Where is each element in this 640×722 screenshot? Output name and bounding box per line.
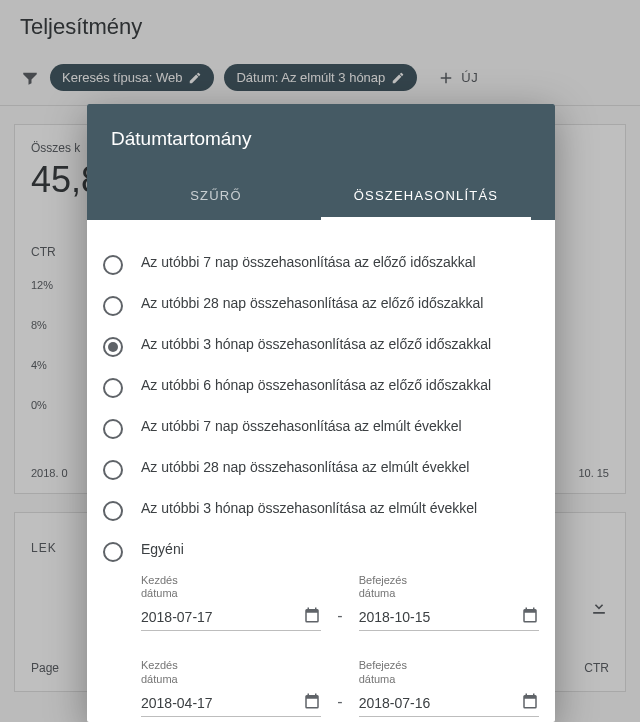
radio-option-7[interactable]: Egyéni: [103, 531, 539, 572]
radio-icon: [103, 542, 123, 562]
start-label: Kezdés dátuma: [141, 574, 321, 600]
dialog-tabs: SZŰRŐ ÖSSZEHASONLÍTÁS: [111, 174, 531, 220]
start-date-value: 2018-07-17: [141, 609, 213, 625]
radio-icon: [103, 296, 123, 316]
radio-icon: [103, 255, 123, 275]
dash: -: [337, 607, 342, 631]
radio-label: Az utóbbi 28 nap összehasonlítása az elő…: [141, 295, 483, 311]
radio-label: Az utóbbi 28 nap összehasonlítása az elm…: [141, 459, 469, 475]
radio-icon: [103, 337, 123, 357]
custom-dates-block: Kezdés dátuma2018-07-17-Befejezés dátuma…: [141, 574, 539, 717]
radio-option-6[interactable]: Az utóbbi 3 hónap összehasonlítása az el…: [103, 490, 539, 531]
end-date-value: 2018-07-16: [359, 695, 431, 711]
start-date-field[interactable]: Kezdés dátuma2018-04-17: [141, 659, 321, 716]
end-date-field[interactable]: Befejezés dátuma2018-10-15: [359, 574, 539, 631]
end-date-field[interactable]: Befejezés dátuma2018-07-16: [359, 659, 539, 716]
radio-option-4[interactable]: Az utóbbi 7 nap összehasonlítása az elmú…: [103, 408, 539, 449]
radio-option-5[interactable]: Az utóbbi 28 nap összehasonlítása az elm…: [103, 449, 539, 490]
modal-overlay: Dátumtartomány SZŰRŐ ÖSSZEHASONLÍTÁS Az …: [0, 0, 640, 722]
tab-compare[interactable]: ÖSSZEHASONLÍTÁS: [321, 174, 531, 220]
end-label: Befejezés dátuma: [359, 659, 539, 685]
radio-icon: [103, 460, 123, 480]
radio-icon: [103, 419, 123, 439]
end-date-value: 2018-10-15: [359, 609, 431, 625]
end-label: Befejezés dátuma: [359, 574, 539, 600]
start-label: Kezdés dátuma: [141, 659, 321, 685]
date-row-1: Kezdés dátuma2018-04-17-Befejezés dátuma…: [141, 659, 539, 716]
start-date-field[interactable]: Kezdés dátuma2018-07-17: [141, 574, 321, 631]
dialog-header: Dátumtartomány SZŰRŐ ÖSSZEHASONLÍTÁS: [87, 104, 555, 220]
radio-label: Az utóbbi 7 nap összehasonlítása az elmú…: [141, 418, 462, 434]
radio-option-3[interactable]: Az utóbbi 6 hónap összehasonlítása az el…: [103, 367, 539, 408]
radio-option-1[interactable]: Az utóbbi 28 nap összehasonlítása az elő…: [103, 285, 539, 326]
start-date-value: 2018-04-17: [141, 695, 213, 711]
radio-icon: [103, 378, 123, 398]
calendar-icon[interactable]: [303, 692, 321, 714]
radio-label: Egyéni: [141, 541, 184, 557]
radio-option-2[interactable]: Az utóbbi 3 hónap összehasonlítása az el…: [103, 326, 539, 367]
radio-option-0[interactable]: Az utóbbi 7 nap összehasonlítása az előz…: [103, 244, 539, 285]
radio-label: Az utóbbi 7 nap összehasonlítása az előz…: [141, 254, 476, 270]
tab-filter[interactable]: SZŰRŐ: [111, 174, 321, 220]
radio-label: Az utóbbi 3 hónap összehasonlítása az el…: [141, 500, 477, 516]
radio-label: Az utóbbi 3 hónap összehasonlítása az el…: [141, 336, 491, 352]
calendar-icon[interactable]: [521, 692, 539, 714]
calendar-icon[interactable]: [303, 606, 321, 628]
radio-label: Az utóbbi 6 hónap összehasonlítása az el…: [141, 377, 491, 393]
date-row-0: Kezdés dátuma2018-07-17-Befejezés dátuma…: [141, 574, 539, 631]
radio-icon: [103, 501, 123, 521]
date-range-dialog: Dátumtartomány SZŰRŐ ÖSSZEHASONLÍTÁS Az …: [87, 104, 555, 722]
radio-options: Az utóbbi 7 nap összehasonlítása az előz…: [87, 220, 555, 717]
dash: -: [337, 693, 342, 717]
calendar-icon[interactable]: [521, 606, 539, 628]
dialog-title: Dátumtartomány: [111, 128, 531, 150]
